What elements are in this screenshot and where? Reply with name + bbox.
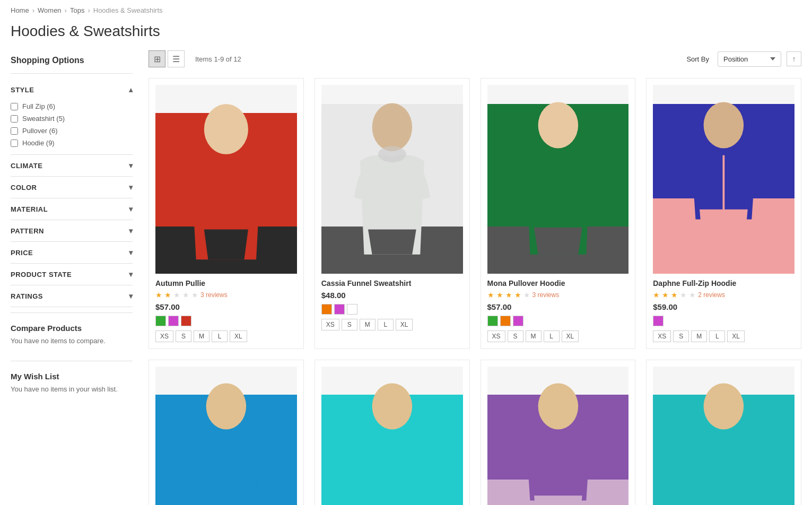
size-l-mona[interactable]: L <box>544 330 560 342</box>
swatch-orange-cassia[interactable] <box>321 304 332 315</box>
size-xs-cassia[interactable]: XS <box>321 319 339 330</box>
wishlist-section: My Wish List You have no items in your w… <box>11 361 133 404</box>
sort-select[interactable]: Position Name Price <box>718 51 781 67</box>
swatch-purple-mona[interactable] <box>513 316 523 326</box>
grid-view-button[interactable]: ⊞ <box>149 50 165 67</box>
swatch-orange-mona[interactable] <box>500 316 511 326</box>
product-card-daphne[interactable]: Daphne Full-Zip Hoodie ★ ★ ★ ★ ★ 2 revie… <box>646 78 801 349</box>
style-option-pullover[interactable]: Pullover (6) <box>11 125 133 137</box>
filter-pattern-header[interactable]: PATTERN <box>11 220 133 241</box>
sort-asc-icon: ↑ <box>792 55 796 63</box>
swatch-purple-daphne[interactable] <box>653 316 663 326</box>
style-option-sweatshirt[interactable]: Sweatshirt (5) <box>11 112 133 125</box>
product-image-daphne <box>653 85 794 274</box>
swatch-purple-cassia[interactable] <box>334 304 345 315</box>
list-view-button[interactable]: ☰ <box>168 50 185 67</box>
filter-price: PRICE <box>11 242 133 264</box>
style-checkbox-sweatshirt[interactable] <box>11 115 18 123</box>
star4: ★ <box>182 291 189 299</box>
size-xl-daphne[interactable]: XL <box>727 330 745 342</box>
color-swatches-mona <box>487 316 629 326</box>
filter-product-state: PRODUCT STATE <box>11 264 133 285</box>
star1: ★ <box>155 291 162 299</box>
size-m-mona[interactable]: M <box>526 330 542 342</box>
size-xs-mona[interactable]: XS <box>487 330 505 342</box>
product-name-autumn: Autumn Pullie <box>155 279 297 288</box>
style-option-hoodie[interactable]: Hoodie (9) <box>11 137 133 149</box>
size-s-mona[interactable]: S <box>508 330 523 342</box>
size-xs-autumn[interactable]: XS <box>155 330 173 342</box>
breadcrumb-tops[interactable]: Tops <box>70 6 84 14</box>
filter-ratings-header[interactable]: RATINGS <box>11 285 133 307</box>
style-checkbox-hoodie[interactable] <box>11 140 18 147</box>
list-icon: ☰ <box>172 54 180 64</box>
size-s-autumn[interactable]: S <box>176 330 191 342</box>
size-l-cassia[interactable]: L <box>378 319 394 330</box>
size-xl-cassia[interactable]: XL <box>396 319 413 330</box>
color-swatches-cassia <box>321 304 463 315</box>
star5: ★ <box>523 291 530 299</box>
style-option-fullzip[interactable]: Full Zip (6) <box>11 100 133 112</box>
color-chevron-icon <box>129 183 133 191</box>
size-s-cassia[interactable]: S <box>342 319 357 330</box>
filter-style-header[interactable]: STYLE <box>11 79 133 100</box>
compare-products-text: You have no items to compare. <box>11 337 133 345</box>
review-count-mona[interactable]: 3 reviews <box>532 291 560 299</box>
product-price-daphne: $59.00 <box>653 302 794 311</box>
review-count-autumn[interactable]: 3 reviews <box>200 291 228 299</box>
product-image-row2-2 <box>321 367 463 505</box>
product-figure-row2-1 <box>166 376 286 505</box>
filter-material-header[interactable]: MATERIAL <box>11 198 133 220</box>
star2: ★ <box>496 291 503 299</box>
product-figure-row2-4 <box>663 376 784 505</box>
product-card-row2-1[interactable] <box>149 360 304 505</box>
style-checkbox-pullover[interactable] <box>11 127 18 135</box>
product-image-cassia <box>321 85 463 274</box>
toolbar: ⊞ ☰ Items 1-9 of 12 Sort By Position Nam… <box>149 50 801 67</box>
product-card-mona[interactable]: Mona Pullover Hoodie ★ ★ ★ ★ ★ 3 reviews… <box>481 78 636 349</box>
product-card-row2-4[interactable] <box>646 360 801 505</box>
product-image-row2-1 <box>155 367 297 505</box>
size-m-autumn[interactable]: M <box>194 330 209 342</box>
breadcrumb-women[interactable]: Women <box>38 6 62 14</box>
size-m-cassia[interactable]: M <box>360 319 376 330</box>
star3: ★ <box>505 291 512 299</box>
breadcrumb-sep-1: › <box>32 6 34 14</box>
review-count-daphne[interactable]: 2 reviews <box>698 291 725 299</box>
filter-product-state-header[interactable]: PRODUCT STATE <box>11 264 133 285</box>
filter-color-header[interactable]: COLOR <box>11 177 133 198</box>
filter-price-header[interactable]: PRICE <box>11 242 133 263</box>
product-card-cassia[interactable]: Cassia Funnel Sweatshirt $48.00 XS S M L… <box>315 78 470 349</box>
color-swatches-autumn <box>155 316 297 326</box>
swatch-green-autumn[interactable] <box>155 316 166 326</box>
size-xl-autumn[interactable]: XL <box>230 330 247 342</box>
product-image-row2-3 <box>487 367 629 505</box>
product-card-autumn[interactable]: Autumn Pullie ★ ★ ★ ★ ★ 3 reviews $57.00… <box>149 78 304 349</box>
compare-products-title: Compare Products <box>11 324 133 333</box>
breadcrumb-home[interactable]: Home <box>11 6 29 14</box>
swatch-red-autumn[interactable] <box>181 316 191 326</box>
filter-style: STYLE Full Zip (6) Sweatshirt (5) Pullov… <box>11 79 133 155</box>
sort-asc-button[interactable]: ↑ <box>787 51 801 66</box>
size-xl-mona[interactable]: XL <box>562 330 579 342</box>
size-m-daphne[interactable]: M <box>691 330 707 342</box>
product-grid: Autumn Pullie ★ ★ ★ ★ ★ 3 reviews $57.00… <box>149 78 801 505</box>
product-price-mona: $57.00 <box>487 302 629 311</box>
style-label-hoodie: Hoodie (9) <box>22 139 55 147</box>
size-s-daphne[interactable]: S <box>673 330 689 342</box>
size-l-autumn[interactable]: L <box>212 330 228 342</box>
product-card-row2-3[interactable] <box>481 360 636 505</box>
size-l-daphne[interactable]: L <box>709 330 725 342</box>
swatch-white-cassia[interactable] <box>347 304 357 315</box>
size-xs-daphne[interactable]: XS <box>653 330 671 342</box>
swatch-purple-autumn[interactable] <box>168 316 179 326</box>
breadcrumb-sep-3: › <box>88 6 90 14</box>
svg-point-7 <box>372 384 412 430</box>
swatch-green-mona[interactable] <box>487 316 498 326</box>
color-swatches-daphne <box>653 316 794 326</box>
filter-climate-header[interactable]: CLIMATE <box>11 155 133 176</box>
filter-ratings-label: RATINGS <box>11 292 43 300</box>
style-checkbox-fullzip[interactable] <box>11 103 18 110</box>
product-card-row2-2[interactable] <box>315 360 470 505</box>
filter-pattern: PATTERN <box>11 220 133 242</box>
